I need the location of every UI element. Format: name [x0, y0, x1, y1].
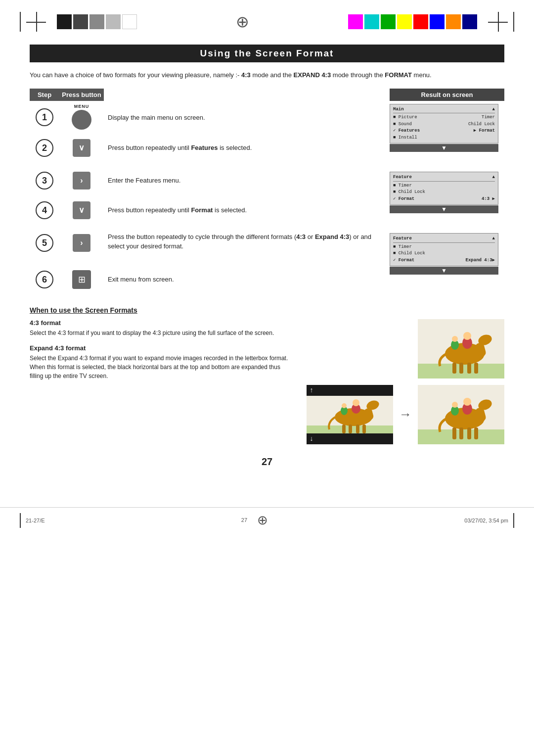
- format43-heading: 4:3 format: [30, 319, 292, 327]
- image-43: [418, 319, 504, 380]
- horse-43-image: [418, 319, 504, 378]
- cb-white: [122, 14, 137, 29]
- cb-black: [57, 14, 72, 29]
- top-bar-area: ⊕: [0, 0, 534, 40]
- cb-darkblue: [462, 14, 477, 29]
- format-expand-section: Expand 4:3 format Select the Expand 4:3 …: [30, 344, 292, 380]
- svg-rect-14: [307, 385, 393, 396]
- image-expanded: [418, 385, 504, 444]
- when-section: When to use the Screen Formats 4:3 forma…: [30, 306, 504, 444]
- result-screen-3: Feature▲ ■ Timer ■ Child Lock ✓ FormatEx…: [390, 233, 504, 275]
- format43-text: Select the 4:3 format if you want to dis…: [30, 329, 292, 337]
- footer-date: 03/27/02, 3:54 pm: [464, 518, 508, 523]
- svg-rect-7: [467, 363, 471, 374]
- footer: 21-27/E 27 ⊕ 03/27/02, 3:54 pm: [0, 507, 534, 536]
- steps-layout: Step Press button 1 MENU Display the mai…: [30, 89, 504, 296]
- when-heading: When to use the Screen Formats: [30, 306, 504, 314]
- step-desc-3: Enter the Features menu.: [104, 176, 386, 186]
- svg-rect-36: [459, 427, 463, 439]
- cb-lightgray: [106, 14, 121, 29]
- step-row-1: 1 MENU Display the main menu on screen.: [30, 104, 386, 131]
- svg-rect-35: [452, 427, 456, 439]
- step-btn-3: ›: [59, 172, 104, 189]
- format-expand-text: Select the Expand 4:3 format if you want…: [30, 354, 292, 380]
- crosshair-bottom: ⊕: [257, 513, 268, 528]
- svg-rect-38: [474, 427, 478, 439]
- images-area: ↑ ↓ →: [307, 319, 504, 444]
- when-text: 4:3 format Select the 4:3 format if you …: [30, 319, 292, 444]
- svg-point-27: [342, 403, 347, 408]
- footer-left: 21-27/E: [20, 513, 45, 528]
- cb-red: [413, 14, 428, 29]
- footer-page: 27: [241, 517, 247, 523]
- horse-letterbox-image: ↑ ↓: [307, 385, 393, 444]
- hdr-desc: [104, 89, 386, 101]
- format43-section: 4:3 format Select the 4:3 format if you …: [30, 319, 292, 337]
- format-expand-heading: Expand 4:3 format: [30, 344, 292, 352]
- footer-right: 03/27/02, 3:54 pm: [464, 513, 514, 528]
- images-bottom-row: ↑ ↓ →: [307, 385, 504, 444]
- horse-expanded-image: [418, 385, 504, 444]
- step-desc-6: Exit menu from screen.: [104, 275, 386, 284]
- svg-rect-6: [459, 363, 463, 374]
- svg-rect-37: [467, 427, 471, 439]
- step-num-5: 5: [30, 232, 59, 252]
- svg-point-40: [463, 398, 471, 406]
- svg-rect-22: [356, 425, 359, 433]
- step-row-3: 3 › Enter the Features menu.: [30, 168, 386, 193]
- steps-right: Result on screen Main▲ ■ PictureTimer ■ …: [386, 89, 504, 296]
- step-row-5: 5 › Press the button repeatedly to cycle…: [30, 230, 386, 260]
- step-num-3: 3: [30, 172, 59, 189]
- step-row-2: 2 ∨ Press button repeatedly until Featur…: [30, 135, 386, 161]
- color-bars-right: [348, 12, 514, 32]
- footer-code: 21-27/E: [26, 518, 45, 523]
- table-header: Step Press button: [30, 89, 386, 101]
- step-num-6: 6: [30, 271, 59, 288]
- step-row-4: 4 ∨ Press button repeatedly until Format…: [30, 197, 386, 223]
- cb-green: [381, 14, 396, 29]
- step-num-2: 2: [30, 139, 59, 157]
- cb-yellow: [397, 14, 412, 29]
- step-btn-4: ∨: [59, 201, 104, 219]
- svg-text:↑: ↑: [310, 386, 313, 394]
- crosshair-center-top: ⊕: [236, 12, 249, 31]
- cb-orange: [446, 14, 461, 29]
- hdr-press: Press button: [59, 89, 104, 101]
- color-bars-left: [20, 12, 137, 32]
- reg-mark-right-v: [513, 12, 514, 32]
- result-header: Result on screen: [390, 89, 504, 101]
- result-screen-2: Feature▲ ■ Timer ■ Child Lock ✓ Format4:…: [390, 172, 504, 213]
- cb-blue: [430, 14, 445, 29]
- step-num-4: 4: [30, 201, 59, 219]
- step-desc-1: Display the main menu on screen.: [104, 113, 386, 123]
- step-num-1: 1: [30, 108, 59, 126]
- svg-rect-23: [362, 425, 366, 433]
- svg-point-10: [463, 332, 471, 340]
- svg-rect-15: [307, 433, 393, 444]
- cb-cyan: [364, 14, 379, 29]
- svg-rect-8: [474, 363, 478, 374]
- step-row-6: 6 ⊞ Exit menu from screen.: [30, 267, 386, 292]
- svg-point-12: [452, 336, 458, 342]
- svg-point-25: [353, 399, 359, 406]
- result-screen-1: Main▲ ■ PictureTimer ■ SoundChild Lock ✓…: [390, 104, 504, 152]
- svg-rect-20: [342, 425, 346, 433]
- cb-darkgray: [73, 14, 88, 29]
- hdr-step: Step: [30, 89, 59, 101]
- footer-center: 27 ⊕: [241, 513, 268, 528]
- step-desc-5: Press the button repeatedly to cycle thr…: [104, 232, 386, 251]
- step-btn-5: ›: [59, 232, 104, 252]
- step-desc-4: Press button repeatedly until Format is …: [104, 205, 386, 215]
- reg-mark-left: [20, 12, 21, 32]
- arrow-right: →: [399, 407, 412, 422]
- step-btn-6: ⊞: [59, 270, 104, 289]
- svg-text:↓: ↓: [310, 434, 313, 442]
- step-desc-2: Press button repeatedly until Features i…: [104, 143, 386, 153]
- image-letterbox: ↑ ↓: [307, 385, 393, 444]
- svg-rect-21: [349, 425, 352, 433]
- svg-rect-5: [452, 363, 456, 374]
- page-title: Using the Screen Format: [30, 45, 504, 62]
- page-number: 27: [30, 456, 504, 468]
- intro-text: You can have a choice of two formats for…: [30, 70, 504, 81]
- when-content: 4:3 format Select the 4:3 format if you …: [30, 319, 504, 444]
